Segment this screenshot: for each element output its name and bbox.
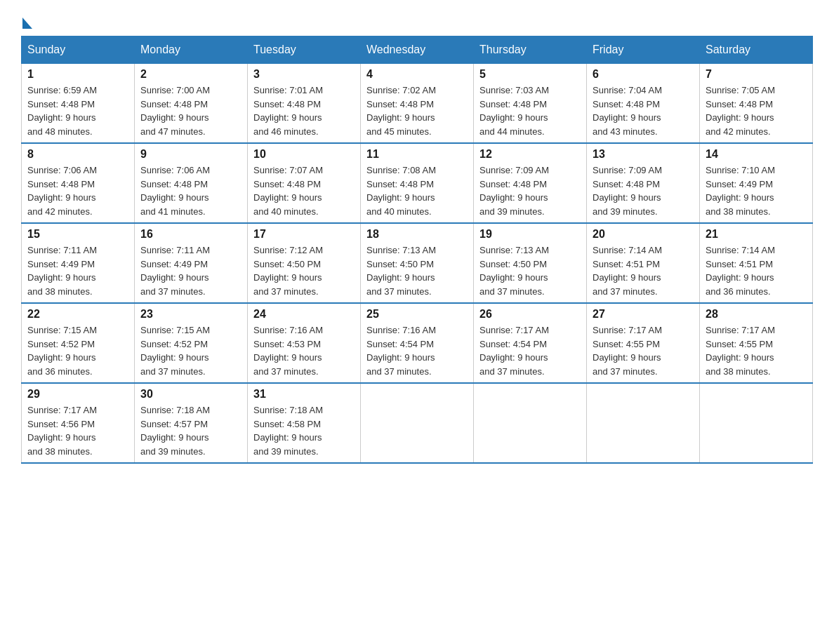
day-number: 3 xyxy=(253,68,355,81)
day-number: 22 xyxy=(27,308,128,321)
day-header-sunday: Sunday xyxy=(22,36,135,64)
calendar-cell: 20 Sunrise: 7:14 AM Sunset: 4:51 PM Dayl… xyxy=(587,223,700,303)
calendar-cell: 26 Sunrise: 7:17 AM Sunset: 4:54 PM Dayl… xyxy=(474,303,587,383)
calendar-cell: 22 Sunrise: 7:15 AM Sunset: 4:52 PM Dayl… xyxy=(22,303,135,383)
day-number: 8 xyxy=(27,148,128,161)
day-number: 6 xyxy=(593,68,694,81)
day-number: 13 xyxy=(593,148,694,161)
calendar-cell: 14 Sunrise: 7:10 AM Sunset: 4:49 PM Dayl… xyxy=(700,143,813,223)
day-header-thursday: Thursday xyxy=(474,36,587,64)
week-row-3: 15 Sunrise: 7:11 AM Sunset: 4:49 PM Dayl… xyxy=(22,223,813,303)
day-number: 11 xyxy=(366,148,468,161)
day-number: 1 xyxy=(27,68,128,81)
day-info: Sunrise: 7:15 AM Sunset: 4:52 PM Dayligh… xyxy=(140,323,241,378)
day-number: 15 xyxy=(27,228,128,241)
calendar-cell: 25 Sunrise: 7:16 AM Sunset: 4:54 PM Dayl… xyxy=(361,303,474,383)
day-info: Sunrise: 7:17 AM Sunset: 4:54 PM Dayligh… xyxy=(479,323,581,378)
header xyxy=(21,14,813,29)
day-info: Sunrise: 7:18 AM Sunset: 4:57 PM Dayligh… xyxy=(140,403,241,458)
calendar-cell: 16 Sunrise: 7:11 AM Sunset: 4:49 PM Dayl… xyxy=(135,223,248,303)
day-info: Sunrise: 7:17 AM Sunset: 4:56 PM Dayligh… xyxy=(27,403,128,458)
day-info: Sunrise: 7:11 AM Sunset: 4:49 PM Dayligh… xyxy=(27,243,128,298)
calendar-cell: 31 Sunrise: 7:18 AM Sunset: 4:58 PM Dayl… xyxy=(248,383,361,463)
calendar-cell: 4 Sunrise: 7:02 AM Sunset: 4:48 PM Dayli… xyxy=(361,64,474,144)
day-header-tuesday: Tuesday xyxy=(248,36,361,64)
calendar-cell: 1 Sunrise: 6:59 AM Sunset: 4:48 PM Dayli… xyxy=(22,64,135,144)
calendar-cell: 24 Sunrise: 7:16 AM Sunset: 4:53 PM Dayl… xyxy=(248,303,361,383)
day-number: 29 xyxy=(27,388,128,401)
day-info: Sunrise: 7:03 AM Sunset: 4:48 PM Dayligh… xyxy=(479,83,581,138)
calendar-cell: 21 Sunrise: 7:14 AM Sunset: 4:51 PM Dayl… xyxy=(700,223,813,303)
day-info: Sunrise: 7:02 AM Sunset: 4:48 PM Dayligh… xyxy=(366,83,468,138)
day-number: 24 xyxy=(253,308,355,321)
day-number: 5 xyxy=(479,68,581,81)
calendar-cell: 11 Sunrise: 7:08 AM Sunset: 4:48 PM Dayl… xyxy=(361,143,474,223)
day-number: 4 xyxy=(366,68,468,81)
day-info: Sunrise: 7:09 AM Sunset: 4:48 PM Dayligh… xyxy=(593,163,694,218)
day-number: 12 xyxy=(479,148,581,161)
day-info: Sunrise: 7:13 AM Sunset: 4:50 PM Dayligh… xyxy=(479,243,581,298)
day-number: 25 xyxy=(366,308,468,321)
calendar-cell: 12 Sunrise: 7:09 AM Sunset: 4:48 PM Dayl… xyxy=(474,143,587,223)
calendar-cell xyxy=(587,383,700,463)
day-number: 20 xyxy=(593,228,694,241)
week-row-5: 29 Sunrise: 7:17 AM Sunset: 4:56 PM Dayl… xyxy=(22,383,813,463)
calendar-cell: 2 Sunrise: 7:00 AM Sunset: 4:48 PM Dayli… xyxy=(135,64,248,144)
day-info: Sunrise: 7:13 AM Sunset: 4:50 PM Dayligh… xyxy=(366,243,468,298)
day-number: 16 xyxy=(140,228,241,241)
day-info: Sunrise: 7:00 AM Sunset: 4:48 PM Dayligh… xyxy=(140,83,241,138)
calendar-cell: 9 Sunrise: 7:06 AM Sunset: 4:48 PM Dayli… xyxy=(135,143,248,223)
day-number: 9 xyxy=(140,148,241,161)
day-number: 19 xyxy=(479,228,581,241)
day-info: Sunrise: 7:05 AM Sunset: 4:48 PM Dayligh… xyxy=(706,83,807,138)
day-info: Sunrise: 7:11 AM Sunset: 4:49 PM Dayligh… xyxy=(140,243,241,298)
week-row-1: 1 Sunrise: 6:59 AM Sunset: 4:48 PM Dayli… xyxy=(22,64,813,144)
day-number: 30 xyxy=(140,388,241,401)
day-number: 26 xyxy=(479,308,581,321)
day-number: 31 xyxy=(253,388,355,401)
calendar-cell: 28 Sunrise: 7:17 AM Sunset: 4:55 PM Dayl… xyxy=(700,303,813,383)
calendar-cell: 18 Sunrise: 7:13 AM Sunset: 4:50 PM Dayl… xyxy=(361,223,474,303)
calendar-cell: 27 Sunrise: 7:17 AM Sunset: 4:55 PM Dayl… xyxy=(587,303,700,383)
calendar-cell: 3 Sunrise: 7:01 AM Sunset: 4:48 PM Dayli… xyxy=(248,64,361,144)
calendar-cell: 15 Sunrise: 7:11 AM Sunset: 4:49 PM Dayl… xyxy=(22,223,135,303)
day-info: Sunrise: 7:12 AM Sunset: 4:50 PM Dayligh… xyxy=(253,243,355,298)
day-number: 14 xyxy=(706,148,807,161)
day-info: Sunrise: 7:16 AM Sunset: 4:53 PM Dayligh… xyxy=(253,323,355,378)
calendar-cell: 6 Sunrise: 7:04 AM Sunset: 4:48 PM Dayli… xyxy=(587,64,700,144)
logo xyxy=(21,14,34,29)
day-number: 17 xyxy=(253,228,355,241)
day-info: Sunrise: 7:04 AM Sunset: 4:48 PM Dayligh… xyxy=(593,83,694,138)
day-info: Sunrise: 7:08 AM Sunset: 4:48 PM Dayligh… xyxy=(366,163,468,218)
day-info: Sunrise: 7:06 AM Sunset: 4:48 PM Dayligh… xyxy=(27,163,128,218)
calendar-table: SundayMondayTuesdayWednesdayThursdayFrid… xyxy=(21,36,813,464)
calendar-cell xyxy=(474,383,587,463)
day-number: 23 xyxy=(140,308,241,321)
calendar-cell: 23 Sunrise: 7:15 AM Sunset: 4:52 PM Dayl… xyxy=(135,303,248,383)
day-info: Sunrise: 7:16 AM Sunset: 4:54 PM Dayligh… xyxy=(366,323,468,378)
day-info: Sunrise: 7:18 AM Sunset: 4:58 PM Dayligh… xyxy=(253,403,355,458)
header-row: SundayMondayTuesdayWednesdayThursdayFrid… xyxy=(22,36,813,64)
day-info: Sunrise: 7:14 AM Sunset: 4:51 PM Dayligh… xyxy=(706,243,807,298)
day-info: Sunrise: 6:59 AM Sunset: 4:48 PM Dayligh… xyxy=(27,83,128,138)
day-info: Sunrise: 7:06 AM Sunset: 4:48 PM Dayligh… xyxy=(140,163,241,218)
calendar-cell: 10 Sunrise: 7:07 AM Sunset: 4:48 PM Dayl… xyxy=(248,143,361,223)
calendar-cell: 5 Sunrise: 7:03 AM Sunset: 4:48 PM Dayli… xyxy=(474,64,587,144)
calendar-cell: 17 Sunrise: 7:12 AM Sunset: 4:50 PM Dayl… xyxy=(248,223,361,303)
day-header-saturday: Saturday xyxy=(700,36,813,64)
week-row-4: 22 Sunrise: 7:15 AM Sunset: 4:52 PM Dayl… xyxy=(22,303,813,383)
day-header-wednesday: Wednesday xyxy=(361,36,474,64)
calendar-cell xyxy=(700,383,813,463)
day-number: 18 xyxy=(366,228,468,241)
day-info: Sunrise: 7:01 AM Sunset: 4:48 PM Dayligh… xyxy=(253,83,355,138)
calendar-cell: 8 Sunrise: 7:06 AM Sunset: 4:48 PM Dayli… xyxy=(22,143,135,223)
day-info: Sunrise: 7:15 AM Sunset: 4:52 PM Dayligh… xyxy=(27,323,128,378)
calendar-cell: 13 Sunrise: 7:09 AM Sunset: 4:48 PM Dayl… xyxy=(587,143,700,223)
day-number: 7 xyxy=(706,68,807,81)
day-number: 28 xyxy=(706,308,807,321)
day-number: 27 xyxy=(593,308,694,321)
calendar-cell xyxy=(361,383,474,463)
day-number: 10 xyxy=(253,148,355,161)
calendar-cell: 7 Sunrise: 7:05 AM Sunset: 4:48 PM Dayli… xyxy=(700,64,813,144)
day-header-friday: Friday xyxy=(587,36,700,64)
